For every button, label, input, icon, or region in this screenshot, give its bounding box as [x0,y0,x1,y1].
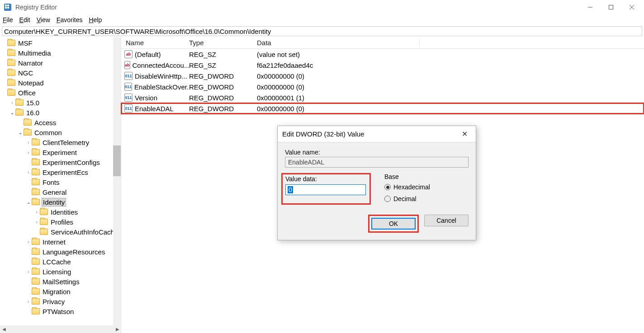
tree-item[interactable]: LanguageResources [0,247,121,257]
cancel-button-label: Cancel [436,217,456,224]
folder-icon [32,268,40,275]
tree-item[interactable]: ›Internet [0,237,121,247]
tree-item[interactable]: LCCache [0,257,121,267]
minimize-button[interactable] [580,0,601,14]
chevron-right-icon[interactable]: › [25,169,32,175]
tree-item[interactable]: Office [0,88,121,98]
hscroll-right-icon[interactable]: ▶ [114,327,121,332]
tree-item[interactable]: Multimedia [0,48,121,58]
chevron-down-icon[interactable]: ⌄ [9,109,15,116]
registry-value-row[interactable]: ab(Default)REG_SZ(value not set) [121,49,644,60]
tree-item[interactable]: Notepad [0,78,121,88]
folder-icon [24,129,32,136]
registry-value-row[interactable]: 011EnableStackOver...REG_DWORD0x00000000… [121,81,644,92]
cancel-button[interactable]: Cancel [424,215,469,226]
maximize-button[interactable] [601,0,621,14]
chevron-right-icon[interactable]: › [33,219,40,225]
tree-scrollbar-thumb[interactable] [113,145,121,176]
address-text: Computer\HKEY_CURRENT_USER\SOFTWARE\Micr… [4,28,271,35]
tree-item[interactable]: ›Profiles [0,217,121,227]
tree-item[interactable]: ›ExperimentEcs [0,167,121,177]
hscroll-left-icon[interactable]: ◀ [0,327,8,332]
tree-item[interactable]: ⌄Common [0,127,121,137]
ok-button-label: OK [389,220,398,227]
chevron-right-icon[interactable]: › [25,268,32,275]
tree-item[interactable]: MailSettings [0,277,121,286]
menu-edit[interactable]: Edit [19,16,30,23]
tree-item-label: ClientTelemetry [42,139,90,146]
tree-item[interactable]: MSF [0,38,121,48]
chevron-down-icon[interactable]: ⌄ [25,199,32,205]
dialog-title-bar[interactable]: Edit DWORD (32-bit) Value ✕ [278,126,476,142]
tree-hscrollbar[interactable]: ◀ ▶ [0,325,121,333]
folder-icon [40,209,48,215]
close-button[interactable] [621,0,642,14]
chevron-right-icon[interactable]: › [25,149,32,155]
tree-item[interactable]: ›Privacy [0,296,121,306]
folder-icon [32,189,40,195]
tree-item[interactable]: PTWatson [0,306,121,316]
radio-decimal[interactable]: Decimal [384,193,430,205]
menu-file[interactable]: File [3,16,13,23]
registry-editor-icon [4,3,12,11]
folder-icon [7,50,15,56]
tree-item[interactable]: ›Experiment [0,147,121,157]
address-bar[interactable]: Computer\HKEY_CURRENT_USER\SOFTWARE\Micr… [2,26,642,36]
folder-icon [32,249,40,255]
main-panel: MSFMultimediaNarratorNGCNotepadOffice›15… [0,37,644,333]
reg-sz-icon: ab [124,61,130,69]
tree-item[interactable]: Migration [0,286,121,296]
chevron-right-icon[interactable]: › [9,99,15,106]
tree-item[interactable]: ⌄16.0 [0,108,121,117]
tree-item[interactable]: ExperimentConfigs [0,157,121,167]
menu-favorites[interactable]: Favorites [57,16,83,23]
radio-hexadecimal[interactable]: Hexadecimal [384,181,430,193]
tree-item[interactable]: Access [0,117,121,127]
tree-item[interactable]: General [0,187,121,197]
menu-help[interactable]: Help [89,16,102,23]
chevron-right-icon[interactable]: › [25,239,32,245]
tree-pane[interactable]: MSFMultimediaNarratorNGCNotepadOffice›15… [0,37,121,333]
col-header-data[interactable]: Data [257,39,420,47]
tree-item[interactable]: ›Identities [0,207,121,217]
tree-item-label: MailSettings [42,278,80,286]
registry-value-row[interactable]: abConnectedAccou...REG_SZf6a212fe0daaed4… [121,60,644,70]
tree-item[interactable]: ⌄Identity [0,197,121,207]
menu-view[interactable]: View [37,16,50,23]
chevron-right-icon[interactable]: › [33,209,40,215]
folder-icon [32,159,40,165]
folder-icon [7,60,15,66]
tree-scrollbar[interactable] [113,37,121,333]
tree-item-label: LCCache [42,258,72,266]
folder-icon [24,119,32,126]
registry-value-row[interactable]: 011VersionREG_DWORD0x00000001 (1) [121,92,644,103]
tree-item[interactable]: ServiceAuthInfoCache [0,227,121,237]
col-header-type[interactable]: Type [189,39,257,47]
tree-item[interactable]: ›Licensing [0,267,121,277]
value-name-cell: EnableStackOver... [134,83,189,91]
svg-rect-4 [7,7,9,9]
value-type-cell: REG_DWORD [189,94,257,102]
col-header-name[interactable]: Name [121,39,189,47]
registry-value-row[interactable]: 011DisableWinHttp...REG_DWORD0x00000000 … [121,70,644,81]
folder-icon [32,179,40,185]
svg-rect-2 [5,7,7,9]
ok-button[interactable]: OK [371,218,416,230]
list-header: Name Type Data [121,37,644,49]
chevron-right-icon[interactable]: › [25,139,32,145]
tree-item-label: Common [33,129,63,136]
chevron-down-icon[interactable]: ⌄ [17,129,24,136]
tree-item[interactable]: NGC [0,68,121,78]
value-data-highlight: Value data: 0 [281,173,371,205]
value-data-label: Value data: [285,175,367,183]
tree-item-label: PTWatson [42,308,75,315]
tree-item[interactable]: Fonts [0,177,121,187]
tree-item[interactable]: Narrator [0,58,121,68]
tree-item[interactable]: ›ClientTelemetry [0,137,121,147]
chevron-right-icon[interactable]: › [25,298,32,305]
value-data-input[interactable]: 0 [285,184,366,195]
tree-item-label: MSF [17,39,33,47]
registry-value-row[interactable]: 011EnableADALREG_DWORD0x00000000 (0) [121,103,644,114]
dialog-close-button[interactable]: ✕ [458,130,471,138]
tree-item[interactable]: ›15.0 [0,98,121,108]
